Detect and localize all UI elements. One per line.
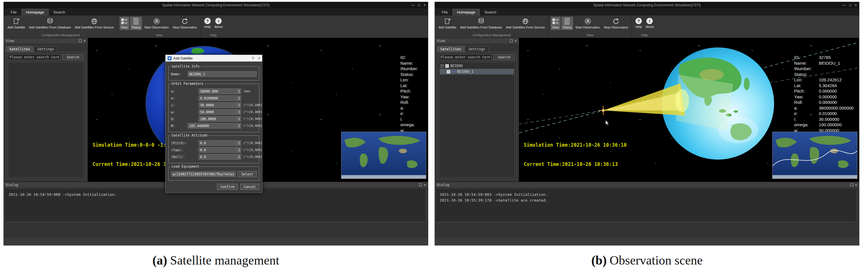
param-input[interactable] bbox=[199, 148, 237, 152]
eccentricity-spinner[interactable] bbox=[198, 95, 241, 101]
tab-satellites[interactable]: Satellites bbox=[437, 46, 464, 52]
add-satellites-from-database-button[interactable]: Add Satellites From Database bbox=[459, 17, 503, 30]
dialog-button[interactable]: Dialog bbox=[561, 17, 573, 30]
spin-down-icon[interactable] bbox=[238, 99, 240, 100]
yaw-spinner[interactable] bbox=[198, 147, 241, 153]
view-button[interactable]: View bbox=[551, 17, 560, 30]
name-field[interactable] bbox=[188, 71, 257, 77]
maximize-icon[interactable]: □ bbox=[849, 3, 851, 7]
spin-buttons[interactable] bbox=[237, 89, 241, 94]
spin-buttons[interactable] bbox=[237, 123, 241, 128]
dialog-button[interactable]: Dialog bbox=[130, 17, 142, 30]
collapse-icon[interactable]: - bbox=[441, 64, 444, 67]
satellite-tree[interactable]: - ✓ BEIDOU ✓ BEIDOU_1 bbox=[439, 62, 515, 177]
spin-up-icon[interactable] bbox=[238, 90, 240, 91]
tree-group-beidou[interactable]: - ✓ BEIDOU bbox=[440, 63, 514, 69]
minimize-icon[interactable]: — bbox=[411, 3, 415, 7]
tab-homepage[interactable]: Homepage bbox=[453, 9, 480, 16]
spin-down-icon[interactable] bbox=[238, 105, 240, 107]
param-input[interactable] bbox=[199, 96, 237, 101]
spin-buttons[interactable] bbox=[237, 154, 241, 159]
param-input[interactable] bbox=[188, 123, 237, 128]
minimize-icon[interactable]: — bbox=[842, 3, 846, 7]
confirm-button[interactable]: Confirm bbox=[217, 184, 238, 190]
3d-viewport[interactable]: ID:32765 Name:BEIDOU_1 INumber: Status: … bbox=[519, 38, 859, 182]
spin-down-icon[interactable] bbox=[238, 119, 240, 120]
add-satellite-button[interactable]: Add Satellite bbox=[6, 17, 27, 30]
search-button[interactable]: Search bbox=[62, 54, 84, 60]
spin-buttons[interactable] bbox=[237, 141, 241, 146]
start-observation-button[interactable]: Start Observation bbox=[143, 17, 170, 30]
pitch-spinner[interactable] bbox=[198, 140, 241, 146]
spin-buttons[interactable] bbox=[237, 116, 241, 121]
checkbox-checked-icon[interactable]: ✓ bbox=[447, 70, 451, 73]
spin-buttons[interactable] bbox=[237, 148, 241, 152]
spin-up-icon[interactable] bbox=[238, 124, 240, 125]
close-panel-icon[interactable]: × bbox=[855, 183, 857, 187]
tab-settings[interactable]: Settings bbox=[465, 46, 489, 52]
add-satellites-from-service-button[interactable]: Add Satellites From Service bbox=[73, 17, 115, 30]
close-icon[interactable]: × bbox=[855, 3, 857, 7]
start-observation-button[interactable]: Start Observation bbox=[574, 17, 601, 30]
float-panel-icon[interactable] bbox=[79, 39, 82, 42]
spin-up-icon[interactable] bbox=[238, 117, 240, 118]
view-button[interactable]: View bbox=[120, 17, 129, 30]
arg-perigee-spinner[interactable] bbox=[198, 109, 241, 115]
spin-down-icon[interactable] bbox=[238, 113, 240, 114]
spin-buttons[interactable] bbox=[237, 110, 241, 115]
param-input[interactable] bbox=[199, 103, 237, 108]
tab-settings[interactable]: Settings bbox=[34, 46, 58, 52]
spin-up-icon[interactable] bbox=[238, 148, 240, 150]
spin-down-icon[interactable] bbox=[238, 144, 240, 145]
spin-up-icon[interactable] bbox=[238, 155, 240, 156]
close-panel-icon[interactable]: × bbox=[424, 183, 426, 187]
param-input[interactable] bbox=[199, 141, 237, 146]
spin-up-icon[interactable] bbox=[238, 142, 240, 143]
semi-major-axis-spinner[interactable] bbox=[198, 89, 241, 94]
spin-buttons[interactable] bbox=[237, 103, 241, 108]
spin-down-icon[interactable] bbox=[238, 150, 240, 152]
raan-spinner[interactable] bbox=[198, 116, 241, 122]
tab-file[interactable]: File bbox=[438, 9, 452, 16]
cancel-button[interactable]: Cancel bbox=[240, 184, 259, 190]
close-panel-icon[interactable]: × bbox=[84, 39, 86, 43]
stop-observation-button[interactable]: Stop Observation bbox=[602, 17, 629, 30]
satellite-marker[interactable] bbox=[599, 106, 608, 115]
spin-up-icon[interactable] bbox=[238, 111, 240, 112]
stop-observation-button[interactable]: Stop Observation bbox=[171, 17, 198, 30]
spin-up-icon[interactable] bbox=[238, 103, 240, 105]
add-satellite-button[interactable]: Add Satellite bbox=[437, 17, 458, 30]
float-panel-icon[interactable] bbox=[419, 183, 422, 186]
spin-up-icon[interactable] bbox=[238, 97, 240, 98]
param-input[interactable] bbox=[199, 110, 237, 115]
tab-homepage[interactable]: Homepage bbox=[22, 9, 49, 16]
equipment-path-field[interactable] bbox=[171, 171, 236, 177]
spin-down-icon[interactable] bbox=[238, 157, 240, 158]
close-panel-icon[interactable]: × bbox=[515, 39, 517, 43]
about-button[interactable]: i About bbox=[213, 17, 224, 29]
tab-search[interactable]: Search bbox=[50, 9, 69, 16]
dialog-help-icon[interactable]: ? bbox=[252, 56, 254, 60]
roll-spinner[interactable] bbox=[198, 154, 241, 159]
param-input[interactable] bbox=[199, 89, 237, 94]
float-panel-icon[interactable] bbox=[510, 39, 513, 42]
inclination-spinner[interactable] bbox=[198, 102, 241, 108]
param-input[interactable] bbox=[199, 154, 237, 159]
help-button[interactable]: ? Help bbox=[203, 17, 212, 29]
add-satellites-from-database-button[interactable]: Add Satellites From Database bbox=[28, 17, 72, 30]
spin-down-icon[interactable] bbox=[238, 92, 240, 93]
spin-down-icon[interactable] bbox=[238, 126, 240, 127]
tab-file[interactable]: File bbox=[7, 9, 21, 16]
dialog-close-icon[interactable]: × bbox=[258, 56, 260, 60]
maximize-icon[interactable]: □ bbox=[418, 3, 420, 7]
checkbox-checked-icon[interactable]: ✓ bbox=[445, 64, 449, 68]
search-input[interactable] bbox=[8, 54, 61, 60]
close-icon[interactable]: × bbox=[424, 3, 426, 7]
param-input[interactable] bbox=[199, 116, 237, 121]
log-output[interactable]: 2021-10-26 10:54:59:008 ->System Initial… bbox=[6, 190, 426, 222]
search-input[interactable] bbox=[439, 54, 492, 60]
about-button[interactable]: i About bbox=[644, 17, 655, 29]
search-button[interactable]: Search bbox=[494, 54, 515, 60]
float-panel-icon[interactable] bbox=[850, 183, 853, 186]
mean-anomaly-spinner[interactable] bbox=[188, 123, 241, 128]
